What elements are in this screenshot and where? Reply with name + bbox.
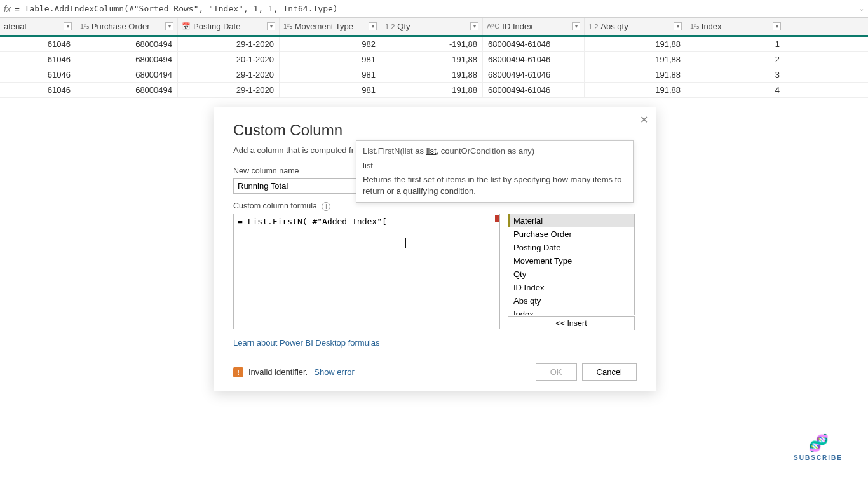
cell-po: 68000494 (76, 67, 178, 82)
cell-qty: 191,88 (381, 67, 483, 82)
expand-icon[interactable]: ⌄ (859, 5, 864, 12)
dialog-title: Custom Column (233, 121, 637, 139)
cell-index: 3 (686, 67, 785, 82)
learn-formulas-link[interactable]: Learn about Power BI Desktop formulas (233, 338, 380, 348)
ok-button: OK (536, 363, 577, 381)
warning-icon: ! (233, 367, 243, 377)
cell-material: 61046 (0, 37, 76, 51)
cell-po: 68000494 (76, 52, 178, 67)
column-item[interactable]: Index (508, 308, 634, 315)
header-purchase-order[interactable]: 1²₃ Purchase Order ▾ (76, 18, 178, 35)
data-table: aterial ▾ 1²₃ Purchase Order ▾ 📅 Posting… (0, 18, 868, 98)
cell-abs: 191,88 (585, 52, 686, 67)
available-columns-list[interactable]: MaterialPurchase OrderPosting DateMoveme… (508, 214, 635, 315)
column-item[interactable]: Movement Type (508, 254, 634, 268)
cell-idx: 68000494-61046 (483, 67, 585, 82)
custom-formula-input[interactable] (233, 214, 500, 329)
cell-index: 4 (686, 83, 785, 97)
cell-idx: 68000494-61046 (483, 83, 585, 97)
new-column-name-input[interactable] (233, 178, 357, 194)
table-header-row: aterial ▾ 1²₃ Purchase Order ▾ 📅 Posting… (0, 18, 868, 37)
table-row[interactable]: 610466800049420-1-2020981191,8868000494-… (0, 52, 868, 67)
date-type-icon: 📅 (182, 22, 191, 30)
header-id-index[interactable]: AᴮC ID Index ▾ (483, 18, 585, 35)
column-item[interactable]: Abs qty (508, 294, 634, 308)
subscribe-watermark: 🧬 SUBSCRIBE (794, 433, 843, 461)
cell-abs: 191,88 (585, 37, 686, 51)
header-movement-type[interactable]: 1²₃ Movement Type ▾ (280, 18, 381, 35)
column-item[interactable]: Qty (508, 268, 634, 281)
intellisense-tooltip: List.FirstN(list as list, countOrConditi… (356, 140, 634, 203)
cell-qty: 191,88 (381, 83, 483, 97)
error-text: Invalid identifier. (248, 367, 308, 377)
tooltip-description: Returns the first set of items in the li… (363, 174, 627, 197)
cell-idx: 68000494-61046 (483, 52, 585, 67)
formula-bar: fx ⌄ (0, 0, 868, 18)
close-button[interactable]: ✕ (640, 114, 648, 126)
header-abs-qty[interactable]: 1.2 Abs qty ▾ (585, 18, 686, 35)
table-row[interactable]: 610466800049429-1-2020981191,8868000494-… (0, 67, 868, 83)
cell-date: 29-1-2020 (178, 67, 280, 82)
insert-button[interactable]: << Insert (508, 316, 635, 330)
info-icon[interactable]: i (322, 202, 330, 211)
cell-abs: 191,88 (585, 67, 686, 82)
dropdown-icon[interactable]: ▾ (267, 22, 275, 30)
cell-date: 20-1-2020 (178, 52, 280, 67)
dropdown-icon[interactable]: ▾ (470, 22, 478, 30)
cell-mvt: 981 (280, 67, 381, 82)
cell-date: 29-1-2020 (178, 83, 280, 97)
header-material[interactable]: aterial ▾ (0, 18, 76, 35)
dropdown-icon[interactable]: ▾ (674, 22, 682, 30)
decimal-type-icon: 1.2 (588, 23, 598, 30)
table-row[interactable]: 610466800049429-1-2020982-191,8868000494… (0, 37, 868, 52)
dropdown-icon[interactable]: ▾ (165, 22, 173, 30)
int-type-icon: 1²₃ (283, 22, 292, 30)
int-type-icon: 1²₃ (80, 22, 89, 30)
header-posting-date[interactable]: 📅 Posting Date ▾ (178, 18, 280, 35)
cell-mvt: 981 (280, 52, 381, 67)
column-item[interactable]: Material (508, 214, 634, 227)
cell-idx: 68000494-61046 (483, 37, 585, 51)
dropdown-icon[interactable]: ▾ (64, 22, 72, 30)
cell-material: 61046 (0, 83, 76, 97)
cancel-button[interactable]: Cancel (582, 363, 637, 381)
cell-index: 2 (686, 52, 785, 67)
cell-material: 61046 (0, 67, 76, 82)
text-cursor (405, 238, 406, 248)
error-marker (495, 215, 499, 222)
cell-qty: -191,88 (381, 37, 483, 51)
dropdown-icon[interactable]: ▾ (572, 22, 580, 30)
cell-mvt: 981 (280, 83, 381, 97)
tooltip-signature: List.FirstN(list as list, countOrConditi… (363, 146, 627, 156)
cell-po: 68000494 (76, 83, 178, 97)
header-index[interactable]: 1²₃ Index ▾ (686, 18, 785, 35)
cell-material: 61046 (0, 52, 76, 67)
column-item[interactable]: Posting Date (508, 241, 634, 254)
cell-index: 1 (686, 37, 785, 51)
text-type-icon: AᴮC (487, 22, 499, 30)
cell-qty: 191,88 (381, 52, 483, 67)
cell-abs: 191,88 (585, 83, 686, 97)
show-error-link[interactable]: Show error (314, 367, 355, 377)
dropdown-icon[interactable]: ▾ (369, 22, 377, 30)
cell-mvt: 982 (280, 37, 381, 51)
header-qty[interactable]: 1.2 Qty ▾ (381, 18, 483, 35)
dropdown-icon[interactable]: ▾ (773, 22, 781, 30)
cell-po: 68000494 (76, 37, 178, 51)
tooltip-arg: list (363, 161, 627, 170)
decimal-type-icon: 1.2 (385, 23, 395, 30)
fx-icon: fx (4, 4, 11, 14)
dna-icon: 🧬 (794, 433, 843, 453)
formula-bar-input[interactable] (15, 4, 859, 13)
cell-date: 29-1-2020 (178, 37, 280, 51)
int-type-icon: 1²₃ (690, 22, 699, 30)
column-item[interactable]: ID Index (508, 281, 634, 294)
column-item[interactable]: Purchase Order (508, 227, 634, 241)
table-row[interactable]: 610466800049429-1-2020981191,8868000494-… (0, 83, 868, 98)
